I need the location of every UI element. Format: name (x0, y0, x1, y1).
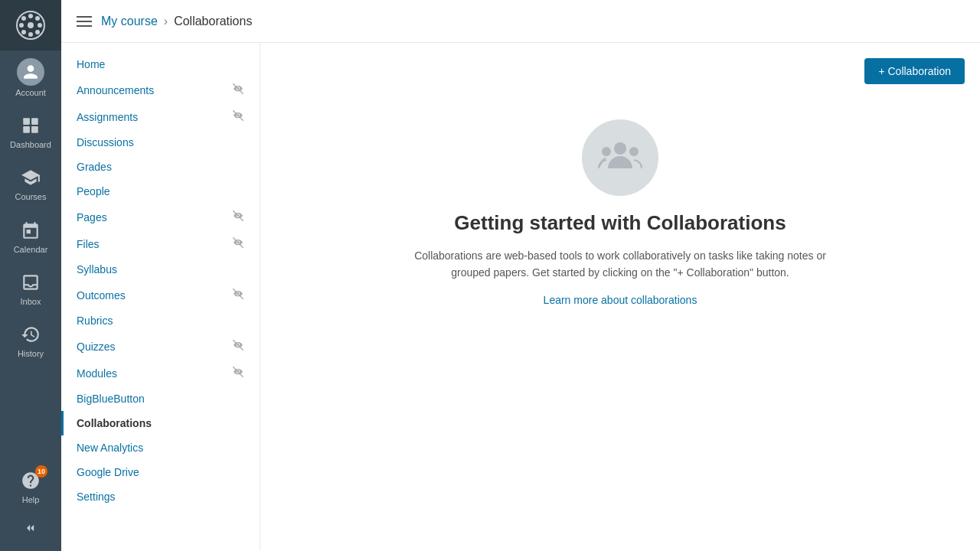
course-nav-item-settings[interactable]: Settings (61, 484, 260, 509)
svg-point-2 (28, 14, 33, 18)
course-nav-label-people: People (77, 185, 110, 197)
collab-icon-circle (582, 119, 658, 196)
collapse-nav-button[interactable] (0, 513, 61, 543)
course-nav: HomeAnnouncementsAssignmentsDiscussionsG… (61, 43, 260, 551)
svg-rect-10 (23, 118, 30, 125)
course-nav-label-new-analytics: New Analytics (77, 442, 143, 454)
course-nav-label-collaborations: Collaborations (77, 417, 152, 429)
history-label: History (18, 349, 44, 359)
history-icon (18, 322, 43, 347)
nav-item-help[interactable]: 10 Help (0, 461, 61, 513)
course-nav-item-pages[interactable]: Pages (61, 204, 260, 230)
course-nav-label-discussions: Discussions (77, 136, 134, 148)
course-nav-label-announcements: Announcements (77, 84, 154, 96)
breadcrumb-parent[interactable]: My course (101, 15, 158, 28)
svg-point-9 (21, 30, 26, 34)
course-nav-item-modules[interactable]: Modules (61, 360, 260, 386)
svg-rect-11 (31, 118, 38, 125)
nav-item-history[interactable]: History (0, 315, 61, 367)
course-nav-label-settings: Settings (77, 491, 116, 503)
svg-point-1 (28, 22, 34, 28)
course-nav-item-syllabus[interactable]: Syllabus (61, 257, 260, 282)
learn-more-link[interactable]: Learn more about collaborations (544, 294, 697, 306)
svg-point-22 (602, 147, 611, 156)
eye-icon-outcomes[interactable] (232, 288, 244, 302)
page-title: Getting started with Collaborations (454, 211, 786, 235)
page-content: + Collaboration Getting started wi (260, 43, 980, 551)
course-nav-label-grades: Grades (77, 161, 112, 173)
breadcrumb: My course › Collaborations (101, 15, 252, 28)
account-label: Account (15, 88, 46, 98)
course-nav-label-files: Files (77, 238, 100, 250)
course-nav-label-home: Home (77, 58, 105, 70)
content-area: HomeAnnouncementsAssignmentsDiscussionsG… (61, 43, 980, 551)
svg-rect-12 (23, 126, 30, 133)
course-nav-item-quizzes[interactable]: Quizzes (61, 333, 260, 360)
nav-item-account[interactable]: Account (0, 51, 61, 106)
dashboard-icon (18, 113, 43, 138)
nav-item-courses[interactable]: Courses (0, 158, 61, 210)
eye-icon-assignments[interactable] (232, 109, 244, 124)
global-nav: Account Dashboard Courses Calend (0, 0, 61, 551)
course-nav-item-home[interactable]: Home (61, 52, 260, 77)
eye-icon-quizzes[interactable] (232, 339, 244, 354)
svg-point-23 (629, 147, 639, 156)
nav-item-inbox[interactable]: Inbox (0, 262, 61, 315)
account-avatar (17, 58, 44, 86)
eye-icon-files[interactable] (232, 236, 244, 251)
svg-point-3 (28, 32, 33, 37)
course-nav-item-rubrics[interactable]: Rubrics (61, 308, 260, 333)
course-nav-label-rubrics: Rubrics (77, 315, 113, 327)
course-nav-item-files[interactable]: Files (61, 230, 260, 257)
course-nav-item-new-analytics[interactable]: New Analytics (61, 435, 260, 460)
eye-icon-modules[interactable] (232, 366, 244, 380)
nav-item-calendar[interactable]: Calendar (0, 210, 61, 262)
nav-item-dashboard[interactable]: Dashboard (0, 106, 61, 158)
course-nav-item-announcements[interactable]: Announcements (61, 77, 260, 103)
course-nav-item-bigbluebutton[interactable]: BigBlueButton (61, 386, 260, 411)
calendar-icon (18, 218, 43, 243)
course-nav-label-pages: Pages (77, 211, 107, 223)
calendar-label: Calendar (14, 245, 48, 255)
page-description: Collaborations are web-based tools to wo… (406, 247, 835, 282)
top-bar: My course › Collaborations (61, 0, 980, 43)
course-nav-label-google-drive: Google Drive (77, 466, 139, 478)
collab-illustration (582, 119, 658, 196)
course-nav-item-google-drive[interactable]: Google Drive (61, 460, 260, 484)
svg-point-5 (38, 23, 42, 28)
help-label: Help (22, 495, 40, 505)
hamburger-menu[interactable] (77, 16, 92, 27)
breadcrumb-separator: › (164, 15, 168, 28)
collaboration-group-icon (597, 135, 643, 181)
eye-icon-announcements[interactable] (232, 83, 244, 97)
svg-rect-13 (31, 126, 38, 133)
eye-icon-pages[interactable] (232, 210, 244, 224)
course-nav-item-discussions[interactable]: Discussions (61, 130, 260, 155)
svg-point-21 (614, 142, 626, 155)
courses-label: Courses (15, 192, 47, 202)
course-nav-item-people[interactable]: People (61, 179, 260, 204)
course-nav-label-outcomes: Outcomes (77, 289, 126, 302)
inbox-label: Inbox (21, 297, 41, 307)
course-nav-label-syllabus: Syllabus (77, 263, 117, 276)
help-badge-count: 10 (35, 465, 47, 478)
course-nav-label-assignments: Assignments (77, 111, 138, 123)
add-collaboration-button[interactable]: + Collaboration (864, 58, 965, 84)
svg-point-6 (21, 16, 26, 21)
course-nav-label-bigbluebutton: BigBlueButton (77, 393, 145, 405)
course-nav-item-assignments[interactable]: Assignments (61, 103, 260, 130)
breadcrumb-current: Collaborations (174, 15, 252, 28)
course-nav-label-modules: Modules (77, 367, 117, 380)
inbox-icon (18, 270, 43, 295)
course-nav-item-grades[interactable]: Grades (61, 155, 260, 179)
svg-point-4 (19, 23, 24, 28)
svg-point-7 (35, 30, 40, 34)
global-nav-bottom: 10 Help (0, 461, 61, 551)
course-nav-label-quizzes: Quizzes (77, 341, 116, 353)
canvas-logo[interactable] (0, 0, 61, 51)
course-nav-item-outcomes[interactable]: Outcomes (61, 282, 260, 308)
help-icon: 10 (18, 468, 43, 493)
courses-icon (18, 165, 43, 190)
course-nav-item-collaborations[interactable]: Collaborations (61, 411, 260, 435)
main-area: My course › Collaborations HomeAnnouncem… (61, 0, 980, 551)
